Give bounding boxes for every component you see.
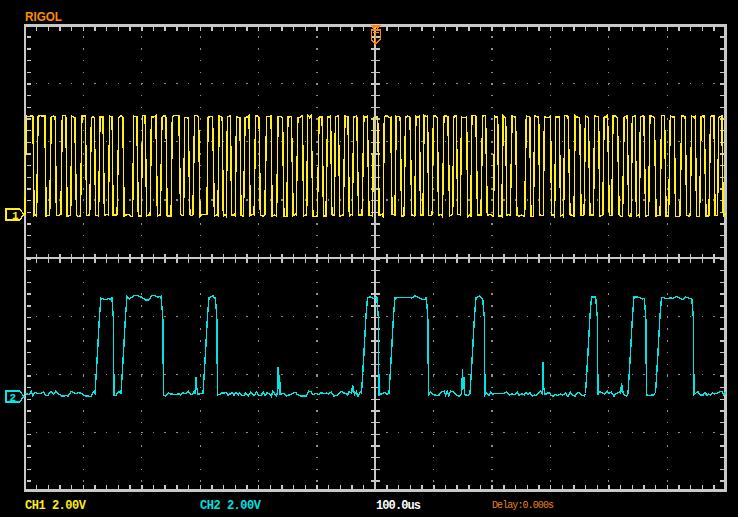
svg-text:Delay:0.000s: Delay:0.000s <box>492 500 554 511</box>
svg-text:CH2 2.00V: CH2 2.00V <box>200 499 262 513</box>
svg-text:RIGOL: RIGOL <box>25 9 62 24</box>
svg-text:CH1 2.00V: CH1 2.00V <box>25 499 87 513</box>
svg-text:2: 2 <box>10 392 17 404</box>
svg-text:100.0us: 100.0us <box>376 499 421 513</box>
svg-text:1: 1 <box>12 210 19 222</box>
